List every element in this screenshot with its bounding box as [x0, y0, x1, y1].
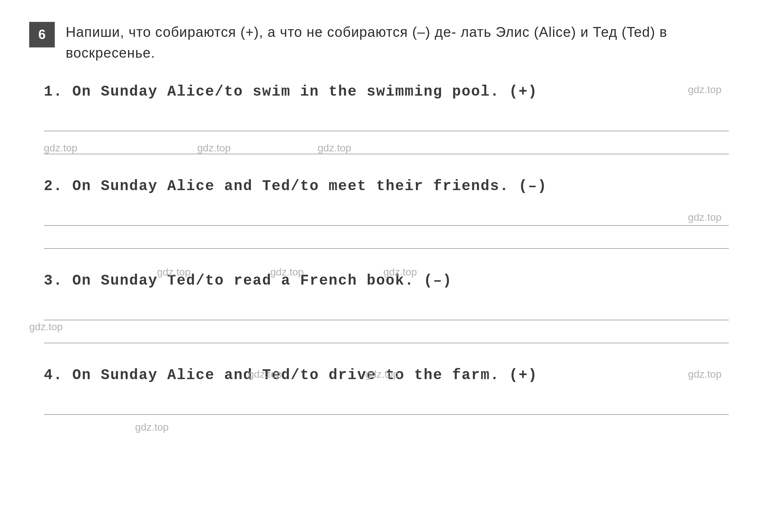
answer-line-2b — [44, 229, 729, 249]
answer-line-1a — [44, 111, 729, 131]
exercise-prompt-2: 2. On Sunday Alice and Ted/to meet their… — [44, 176, 729, 197]
watermark-1: gdz.top — [44, 142, 77, 154]
watermark-3: gdz.top — [318, 142, 351, 154]
answer-line-4a — [44, 395, 729, 415]
watermark-7: gdz.top — [383, 266, 417, 278]
answer-line-1b — [44, 134, 729, 154]
watermark-5: gdz.top — [157, 266, 191, 278]
exercise-item-1: 1. On Sunday Alice/to swim in the swimmi… — [44, 82, 729, 154]
exercise-prompt-1: 1. On Sunday Alice/to swim in the swimmi… — [44, 82, 729, 102]
exercise-item-2: 2. On Sunday Alice and Ted/to meet their… — [44, 176, 729, 249]
watermark-9: gdz.top — [248, 369, 282, 380]
watermark-8: gdz.top — [29, 321, 63, 333]
answer-lines-2 — [44, 206, 729, 249]
exercises-container: 1. On Sunday Alice/to swim in the swimmi… — [29, 82, 729, 415]
watermark-6: gdz.top — [270, 266, 304, 278]
answer-lines-1 — [44, 111, 729, 154]
watermark-header: gdz.top — [688, 84, 721, 96]
exercise-item-3: 3. On Sunday Ted/to read a French book. … — [44, 271, 729, 343]
answer-line-2a — [44, 206, 729, 226]
watermark-10: gdz.top — [365, 369, 399, 380]
answer-line-3b — [44, 323, 729, 343]
task-instruction: Напиши, что собираются (+), а что не соб… — [66, 22, 729, 63]
watermark-12: gdz.top — [135, 421, 169, 433]
watermark-4: gdz.top — [688, 212, 721, 223]
watermark-2: gdz.top — [197, 142, 231, 154]
task-number-badge: 6 — [29, 22, 55, 47]
page-container: 6 Напиши, что собираются (+), а что не с… — [0, 0, 758, 532]
answer-lines-3 — [44, 300, 729, 343]
task-header: 6 Напиши, что собираются (+), а что не с… — [29, 22, 729, 63]
answer-lines-4 — [44, 395, 729, 415]
answer-line-3a — [44, 300, 729, 320]
watermark-11: gdz.top — [688, 369, 721, 380]
